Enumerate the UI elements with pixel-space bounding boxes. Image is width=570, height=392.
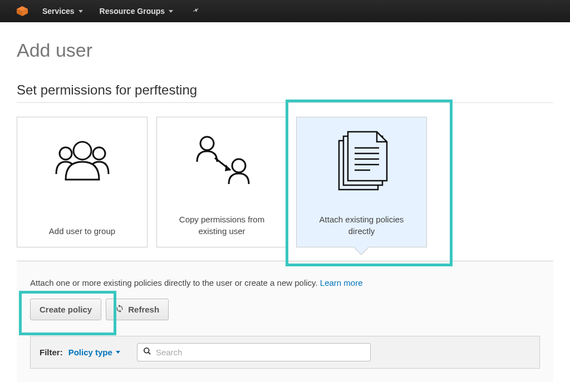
nav-services-label: Services [42, 7, 75, 16]
panel-desc-text: Attach one or more existing policies dir… [30, 278, 320, 287]
group-icon [17, 117, 147, 206]
card-add-to-group[interactable]: Add user to group [17, 117, 148, 247]
svg-point-7 [232, 159, 245, 172]
aws-logo-icon[interactable] [16, 4, 29, 18]
card-attach-policies[interactable]: Attach existing policies directly [296, 117, 427, 247]
refresh-icon [115, 304, 124, 315]
svg-point-6 [200, 137, 214, 150]
svg-point-17 [144, 348, 149, 353]
create-policy-button[interactable]: Create policy [30, 299, 101, 320]
learn-more-link[interactable]: Learn more [320, 278, 363, 287]
permission-cards-row: Add user to group Copy permissions from … [17, 117, 553, 247]
card-label: Attach existing policies directly [309, 214, 413, 237]
card-label: Copy permissions from existing user [170, 214, 273, 237]
pin-icon[interactable] [192, 7, 200, 16]
page-title: Add user [17, 39, 553, 61]
svg-line-18 [148, 352, 150, 354]
svg-point-5 [73, 142, 91, 160]
search-icon [143, 347, 151, 358]
filter-policy-type-dropdown[interactable]: Policy type [68, 348, 120, 357]
filter-label: Filter: [40, 348, 63, 357]
nav-resource-groups[interactable]: Resource Groups [96, 7, 176, 16]
button-row: Create policy Refresh [30, 299, 540, 320]
search-input[interactable] [156, 348, 365, 357]
top-nav: Services Resource Groups [0, 0, 570, 22]
sub-title: Set permissions for perftesting [17, 82, 553, 103]
policies-doc-icon [297, 117, 426, 206]
refresh-label: Refresh [128, 305, 159, 314]
caret-down-icon [78, 10, 83, 13]
create-policy-label: Create policy [40, 305, 92, 314]
svg-point-4 [93, 147, 105, 160]
copy-user-icon [157, 117, 287, 206]
attach-policies-panel: Attach one or more existing policies dir… [17, 261, 553, 382]
card-label: Add user to group [30, 225, 134, 237]
selected-pointer-icon [354, 241, 368, 255]
nav-resource-groups-label: Resource Groups [100, 7, 165, 16]
page-content: Add user Set permissions for perftesting… [0, 22, 570, 392]
search-input-wrapper[interactable] [137, 343, 371, 361]
caret-down-icon [169, 10, 173, 13]
filter-policy-type-label: Policy type [68, 348, 112, 357]
refresh-button[interactable]: Refresh [106, 299, 169, 320]
caret-down-icon [116, 351, 120, 354]
filter-bar: Filter: Policy type [30, 336, 540, 369]
panel-description: Attach one or more existing policies dir… [30, 278, 540, 287]
nav-services[interactable]: Services [39, 7, 86, 16]
svg-point-3 [60, 147, 72, 160]
card-copy-permissions[interactable]: Copy permissions from existing user [156, 117, 287, 247]
